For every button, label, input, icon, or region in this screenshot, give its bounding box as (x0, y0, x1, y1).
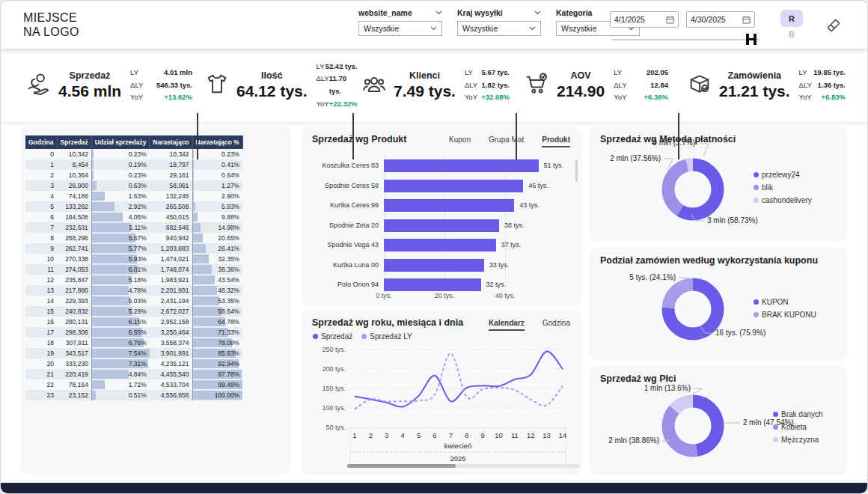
table-row[interactable]: 010,3420.23%10,3420.23% (25, 149, 242, 159)
legend-item[interactable]: Kobieta (773, 421, 823, 433)
bar[interactable] (384, 219, 499, 232)
x-tick-label: 4 (401, 431, 405, 439)
table-row[interactable]: 8258,2965.67%940,94220.65% (25, 233, 242, 243)
x-tick-label: 3 (385, 431, 388, 439)
bar[interactable] (384, 180, 523, 192)
table-row[interactable]: 19343,5177.54%3,901,89185.63% (25, 348, 242, 359)
date-slider-track[interactable] (611, 39, 760, 40)
table-row[interactable]: 328,9000.63%58,0611.27% (25, 180, 242, 191)
col-header[interactable]: Udział sprzedaży (91, 135, 150, 149)
kpi-stat-value: 5.67 tys. (482, 67, 510, 79)
date-slider-handle[interactable] (746, 34, 757, 45)
table-row[interactable]: 210,3640.23%29,1610.64% (25, 170, 242, 180)
legend-item[interactable]: przelewy24 (754, 168, 812, 181)
data-bar (92, 380, 106, 389)
table-cell: 38.36% (192, 264, 242, 275)
bar-row: Polo Orion 9432 tys. (313, 275, 570, 295)
table-row[interactable]: 2323,1520.51%4,556,856100.00% (25, 390, 242, 400)
table-row[interactable]: 20333,2307.31%4,235,12192.94% (25, 359, 242, 369)
data-bar (193, 181, 194, 190)
data-bar (193, 286, 217, 295)
legend-item-sprzedaz[interactable]: Sprzedaż (313, 332, 352, 341)
bar-chart-scrollbar[interactable] (575, 159, 578, 182)
data-bar (92, 286, 129, 295)
website-select[interactable]: Wszystkie (358, 21, 442, 36)
legend-item[interactable]: blik (754, 181, 812, 194)
x-tick-label: 8 (465, 431, 468, 439)
bar[interactable] (384, 278, 481, 291)
tab-godzina[interactable]: Godzina (542, 319, 570, 331)
bar[interactable] (384, 199, 514, 212)
box-check-icon (687, 71, 712, 100)
tab-kupon[interactable]: Kupon (449, 135, 471, 147)
table-row[interactable]: 14229,3935.03%2,431,19453.35% (25, 296, 242, 306)
col-header[interactable]: Narastająco (150, 135, 192, 149)
col-header[interactable]: Narastająco % (192, 135, 242, 149)
legend-dot (754, 172, 759, 177)
table-cell: 240,832 (57, 306, 91, 317)
table-cell: 4,556,856 (150, 390, 192, 400)
kpi-stat-label: YoY (130, 91, 143, 104)
legend-item[interactable]: BRAK KUPONU (754, 308, 816, 321)
line-chart-scroll-track[interactable] (347, 464, 579, 468)
tab-grupa-mat[interactable]: Grupa Mat (489, 135, 524, 147)
table-row[interactable]: 18,4540.19%18,7970.41% (25, 159, 242, 170)
bookmark-r-button[interactable]: R (780, 10, 803, 27)
table-row[interactable]: 12235,8475.18%1,983,92143.54% (25, 275, 242, 285)
legend-item-sprzedaz-ly[interactable]: Sprzedaż LY (361, 332, 412, 341)
table-cell: 8 (25, 233, 57, 243)
table-row[interactable]: 15240,8325.29%2,672,02758.64% (25, 306, 242, 317)
kpi-stat-row: LY52.42 tys. (317, 61, 358, 73)
table-cell: 4.05% (91, 212, 150, 222)
legend-item[interactable]: cashondelivery (754, 194, 812, 207)
bar[interactable] (384, 159, 539, 172)
table-cell: 18 (25, 338, 57, 348)
x-tick-label: 11 (511, 431, 519, 439)
legend-label: blik (762, 183, 773, 192)
table-row[interactable]: 13217,8804.78%2,201,80148.32% (25, 285, 242, 296)
bar[interactable] (384, 259, 484, 272)
table-row[interactable]: 11274,0536.01%1,748,07438.36% (25, 264, 242, 275)
table-row[interactable]: 7232,6315.11%682,64614.98% (25, 222, 242, 233)
bookmark-b-button[interactable]: B (780, 30, 803, 39)
legend-item[interactable]: KUPON (754, 296, 816, 308)
table-cell: 7.54% (91, 348, 150, 359)
table-row[interactable]: 17298,3066.55%3,250,46471.33% (25, 327, 242, 338)
kpi-stats: LY19.85 tys.ΔLY1.36 tys.YoY+6.83% (799, 67, 846, 104)
col-header[interactable]: Sprzedaż (57, 135, 91, 149)
table-cell: 1.27% (192, 180, 242, 191)
table-row[interactable]: 5133,2622.92%265,5085.83% (25, 201, 242, 212)
eraser-icon[interactable] (825, 17, 842, 34)
date-from-input[interactable]: 4/1/2025 (610, 11, 679, 28)
kpi-value: 21.21 tys. (719, 82, 790, 100)
table-row[interactable]: 16280,1316.15%2,952,15864.78% (25, 317, 242, 327)
kpi-stat-value: 19.85 tys. (813, 67, 846, 79)
table-row[interactable]: 2278,1641.72%4,533,70499.49% (25, 379, 242, 390)
table-row[interactable]: 10270,3385.93%1,474,02132.35% (25, 254, 242, 264)
tab-produkt[interactable]: Produkt (542, 135, 570, 147)
table-row[interactable]: 18307,9116.76%3,558,37478.09% (25, 338, 242, 348)
table-cell: 20.65% (192, 233, 242, 243)
line-chart-scroll-thumb[interactable] (347, 464, 456, 468)
data-bar (92, 275, 132, 284)
table-row[interactable]: 21220,4194.84%4,455,54097.78% (25, 369, 242, 379)
legend-item[interactable]: Mężczyzna (773, 433, 823, 446)
country-select[interactable]: Wszystkie (457, 21, 541, 36)
kpi-stat-value: 52.42 tys. (326, 61, 358, 73)
tab-kalendarz[interactable]: Kalendarz (489, 319, 525, 331)
table-row[interactable]: 474,1861.63%132,2462.90% (25, 191, 242, 201)
table-row[interactable]: 6184,5084.05%450,0159.88% (25, 212, 242, 222)
col-header[interactable]: Godzina (25, 135, 57, 149)
legend-item[interactable]: Brak danych (773, 408, 823, 421)
table-cell: 26.41% (192, 243, 242, 254)
x-tick-label: 12 (527, 431, 535, 439)
table-row[interactable]: 9262,7415.77%1,203,68326.41% (25, 243, 242, 254)
date-to-input[interactable]: 4/30/2025 (686, 11, 755, 28)
table-cell: 184,508 (57, 212, 91, 222)
line-series-current[interactable] (355, 352, 563, 407)
data-bar (92, 223, 131, 232)
table-cell: 14.98% (192, 222, 242, 233)
kpi-stat-value: 1.36 tys. (818, 79, 846, 92)
line-series-ly[interactable] (355, 353, 563, 409)
bar[interactable] (384, 239, 496, 251)
